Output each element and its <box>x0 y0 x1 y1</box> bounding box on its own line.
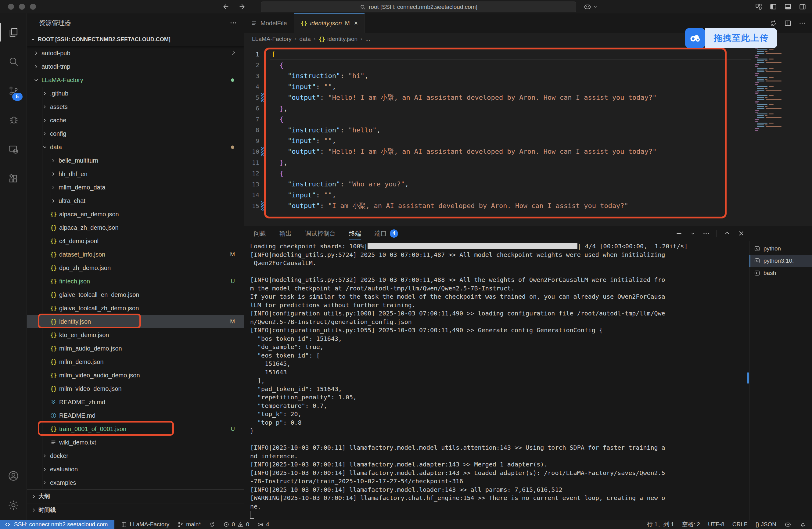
tree-item-kto_en_demo.json[interactable]: {}kto_en_demo.json <box>27 328 244 342</box>
tree-item-README.md[interactable]: README.md <box>27 409 244 422</box>
tree-item-examples[interactable]: examples <box>27 476 244 489</box>
upload-drop-badge[interactable]: 拖拽至此上传 <box>685 28 777 48</box>
terminal-instance-bash[interactable]: bash <box>750 267 812 279</box>
toggle-panel-icon[interactable] <box>784 3 792 11</box>
language-mode-indicator[interactable]: {} JSON <box>751 520 780 529</box>
tree-item-dpo_zh_demo.json[interactable]: {}dpo_zh_demo.json <box>27 261 244 274</box>
notifications-bell[interactable] <box>796 520 810 529</box>
copilot-menu[interactable] <box>583 0 598 13</box>
terminal-instance-python3.10.[interactable]: python3.10. <box>750 255 812 267</box>
navigate-back-icon[interactable] <box>221 3 229 11</box>
tree-item-evaluation[interactable]: evaluation <box>27 462 244 476</box>
close-panel-icon[interactable] <box>738 230 745 237</box>
copilot-status[interactable] <box>780 520 796 529</box>
activity-account[interactable] <box>0 461 27 490</box>
panel-tab-端口[interactable]: 端口4 <box>375 226 398 241</box>
command-center-search[interactable]: root [SSH: connect.nmb2.seetacloud.com] <box>261 1 576 12</box>
panel-tab-问题[interactable]: 问题 <box>254 226 266 241</box>
tree-item-autodl-pub[interactable]: autodl-pub <box>27 46 244 60</box>
maximize-panel-icon[interactable] <box>724 230 731 237</box>
minimap[interactable] <box>754 47 793 218</box>
panel-tab-输出[interactable]: 输出 <box>279 226 292 241</box>
eol-indicator[interactable]: CRLF <box>728 520 752 529</box>
editor-tab-ModelFile[interactable]: ModelFile <box>244 13 294 33</box>
tree-item-glaive_toolcall_zh_demo.json[interactable]: {}glaive_toolcall_zh_demo.json <box>27 301 244 315</box>
tree-item-data[interactable]: data <box>27 140 244 154</box>
terminal-output[interactable]: Loading checkpoint shards: 100%|| 4/4 [0… <box>250 243 747 520</box>
tree-item-docker[interactable]: docker <box>27 449 244 462</box>
ports-indicator[interactable]: 4 <box>253 520 273 529</box>
tree-item-mllm_demo.json[interactable]: {}mllm_demo.json <box>27 355 244 369</box>
activity-remote-explorer[interactable] <box>0 135 27 164</box>
tree-item-mllm_audio_demo.json[interactable]: {}mllm_audio_demo.json <box>27 342 244 355</box>
activity-source-control[interactable]: 5 <box>0 76 27 105</box>
tree-item-hh_rlhf_en[interactable]: hh_rlhf_en <box>27 167 244 181</box>
cursor-position-indicator[interactable]: 行 1、列 1 <box>643 520 678 529</box>
tree-item-mllm_video_demo.json[interactable]: {}mllm_video_demo.json <box>27 382 244 395</box>
remote-indicator[interactable]: SSH: connect.nmb2.seetacloud.com <box>0 520 114 529</box>
terminal-dropdown-icon[interactable] <box>690 230 696 237</box>
code-line: 1[ <box>244 49 812 60</box>
activity-explorer[interactable] <box>0 18 27 47</box>
more-actions-icon[interactable] <box>229 19 237 27</box>
encoding-indicator[interactable]: UTF-8 <box>704 520 728 529</box>
tree-item-cache[interactable]: cache <box>27 114 244 127</box>
close-window-button[interactable] <box>8 4 14 10</box>
workspace-section-header[interactable]: ROOT [SSH: CONNECT.NMB2.SEETACLOUD.COM] <box>27 32 244 46</box>
editor-tab-identity.json[interactable]: {}identity.jsonM× <box>294 13 365 33</box>
code-editor[interactable]: 1[2 {3 "instruction": "hi",4 "input": ""… <box>244 45 812 226</box>
workspace-indicator[interactable]: LLaMA-Factory <box>117 520 173 529</box>
tree-item-autodl-tmp[interactable]: autodl-tmp <box>27 60 244 73</box>
panel-tab-调试控制台[interactable]: 调试控制台 <box>305 226 335 241</box>
tree-item-fintech.json[interactable]: {}fintech.jsonU <box>27 274 244 288</box>
tree-item-alpaca_en_demo.json[interactable]: {}alpaca_en_demo.json <box>27 208 244 221</box>
maximize-window-button[interactable] <box>30 4 36 10</box>
activity-run-debug[interactable] <box>0 105 27 135</box>
tree-item-glaive_toolcall_en_demo.json[interactable]: {}glaive_toolcall_en_demo.json <box>27 288 244 301</box>
activity-search[interactable] <box>0 47 27 76</box>
tree-item-identity.json[interactable]: {}identity.jsonM <box>27 315 244 328</box>
indentation-indicator[interactable]: 空格: 2 <box>678 520 704 529</box>
json-file-icon: {} <box>50 372 57 378</box>
split-editor-icon[interactable] <box>784 19 792 27</box>
new-terminal-icon[interactable] <box>675 229 683 237</box>
breadcrumb-item[interactable]: data <box>300 36 311 42</box>
tree-item-alpaca_zh_demo.json[interactable]: {}alpaca_zh_demo.json <box>27 221 244 234</box>
more-actions-icon[interactable] <box>799 19 806 27</box>
tree-item-ultra_chat[interactable]: ultra_chat <box>27 194 244 208</box>
tree-item-dataset_info.json[interactable]: {}dataset_info.jsonM <box>27 248 244 261</box>
activity-settings[interactable] <box>0 490 27 520</box>
git-branch-indicator[interactable]: main* <box>173 520 205 529</box>
tree-item-mllm_video_audio_demo.json[interactable]: {}mllm_video_audio_demo.json <box>27 369 244 382</box>
outline-section[interactable]: 大纲 <box>27 489 244 503</box>
breadcrumb-item[interactable]: ... <box>365 36 370 42</box>
tree-item-mllm_demo_data[interactable]: mllm_demo_data <box>27 181 244 194</box>
minimize-window-button[interactable] <box>19 4 25 10</box>
timeline-section[interactable]: 时间线 <box>27 503 244 517</box>
terminal-instance-python[interactable]: python <box>750 243 812 255</box>
git-sync-button[interactable] <box>205 520 219 529</box>
search-icon <box>8 56 19 68</box>
more-actions-icon[interactable] <box>702 230 710 237</box>
customize-layout-icon[interactable] <box>755 3 763 11</box>
warning-count: 0 <box>246 521 249 528</box>
tree-item-train_0001_of_0001.json[interactable]: {}train_0001_of_0001.jsonU <box>27 422 244 435</box>
tree-item-.github[interactable]: .github <box>27 87 244 100</box>
navigate-forward-icon[interactable] <box>238 3 246 11</box>
tree-item-README_zh.md[interactable]: README_zh.md <box>27 395 244 409</box>
close-tab-icon[interactable]: × <box>354 19 358 27</box>
toggle-sidebar-icon[interactable] <box>769 3 777 11</box>
open-changes-icon[interactable] <box>769 19 777 27</box>
tree-item-config[interactable]: config <box>27 127 244 140</box>
problems-indicator[interactable]: 0 0 <box>219 520 253 529</box>
tree-item-wiki_demo.txt[interactable]: wiki_demo.txt <box>27 435 244 449</box>
tree-item-assets[interactable]: assets <box>27 100 244 114</box>
tree-item-LLaMA-Factory[interactable]: LLaMA-Factory <box>27 73 244 87</box>
toggle-secondary-sidebar-icon[interactable] <box>799 3 807 11</box>
tree-item-c4_demo.jsonl[interactable]: {}c4_demo.jsonl <box>27 234 244 248</box>
breadcrumb-item[interactable]: LLaMA-Factory <box>252 36 292 42</box>
activity-extensions[interactable] <box>0 164 27 194</box>
tree-item-belle_multiturn[interactable]: belle_multiturn <box>27 154 244 167</box>
panel-tab-终端[interactable]: 终端 <box>349 226 361 241</box>
breadcrumb-item[interactable]: {}identity.json <box>318 36 358 42</box>
